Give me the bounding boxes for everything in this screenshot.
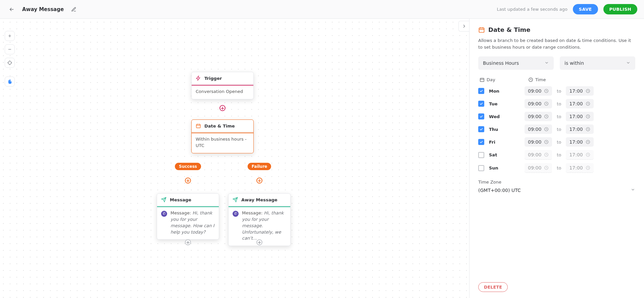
- day-checkbox-tue[interactable]: [478, 101, 484, 107]
- calendar-small-icon: [480, 77, 485, 82]
- bolt-icon: [196, 76, 201, 81]
- add-step-after-message[interactable]: +: [185, 239, 191, 245]
- to-label: to: [557, 165, 561, 170]
- node-trigger-body: Conversation Opened: [192, 85, 253, 99]
- add-step-after-trigger[interactable]: +: [219, 105, 226, 111]
- time-to-fri[interactable]: 17:00: [566, 137, 593, 147]
- timezone-label: Time Zone: [478, 180, 635, 185]
- time-to-wed[interactable]: 17:00: [566, 112, 593, 121]
- clock-icon: [544, 140, 549, 144]
- collapse-panel-button[interactable]: [458, 21, 469, 32]
- day-name: Sat: [489, 152, 505, 157]
- day-row-wed: Wed 09:00 to 17:00: [478, 112, 635, 121]
- day-name: Tue: [489, 101, 505, 106]
- flow-edges: [0, 19, 101, 69]
- day-checkbox-sat[interactable]: [478, 152, 484, 158]
- node-trigger[interactable]: Trigger Conversation Opened: [191, 72, 254, 99]
- timezone-select[interactable]: (GMT+00:00) UTC: [478, 187, 635, 193]
- hand-icon: [7, 79, 12, 84]
- time-from-fri[interactable]: 09:00: [525, 137, 552, 147]
- time-from-sat: 09:00: [525, 150, 552, 160]
- time-to-mon[interactable]: 17:00: [566, 86, 593, 96]
- day-row-thu: Thu 09:00 to 17:00: [478, 125, 635, 134]
- calendar-icon: [196, 123, 201, 129]
- clock-icon: [586, 101, 590, 106]
- day-checkbox-fri[interactable]: [478, 139, 484, 145]
- back-button[interactable]: [7, 4, 17, 14]
- time-to-sun: 17:00: [566, 163, 593, 173]
- channel-icon: ✆: [233, 211, 239, 217]
- publish-button[interactable]: PUBLISH: [603, 4, 637, 14]
- chevron-down-icon: [626, 60, 631, 65]
- day-row-fri: Fri 09:00 to 17:00: [478, 137, 635, 147]
- svg-rect-1: [196, 124, 200, 128]
- panel-description: Allows a branch to be created based on d…: [478, 37, 635, 50]
- crosshair-icon: [7, 60, 12, 65]
- add-step-success-branch[interactable]: +: [185, 178, 191, 184]
- day-row-mon: Mon 09:00 to 17:00: [478, 86, 635, 96]
- branch-success-tag: Success: [175, 163, 201, 170]
- clock-icon: [544, 89, 549, 93]
- to-label: to: [557, 114, 561, 119]
- recenter-button[interactable]: [5, 58, 15, 68]
- channel-icon: ✆: [161, 211, 167, 217]
- clock-icon: [586, 127, 590, 132]
- condition-type-select[interactable]: Business Hours: [478, 56, 554, 70]
- node-date-time-title: Date & Time: [204, 123, 235, 129]
- day-row-tue: Tue 09:00 to 17:00: [478, 99, 635, 108]
- node-away-message-body: Message: Hi, thank you for your message.…: [242, 210, 286, 242]
- branch-failure-tag: Failure: [248, 163, 271, 170]
- plus-icon: [7, 34, 12, 38]
- clock-icon: [586, 152, 590, 157]
- day-name: Wed: [489, 114, 505, 119]
- page-title: Away Message: [22, 6, 64, 12]
- clock-small-icon: [528, 77, 533, 82]
- svg-rect-3: [480, 78, 484, 82]
- schedule-header: Day Time: [478, 77, 635, 82]
- save-button[interactable]: SAVE: [573, 4, 598, 14]
- day-checkbox-mon[interactable]: [478, 88, 484, 94]
- pan-tool-button[interactable]: [5, 77, 15, 87]
- zoom-in-button[interactable]: [5, 31, 15, 41]
- day-name: Thu: [489, 127, 505, 132]
- to-label: to: [557, 127, 561, 132]
- clock-icon: [544, 152, 549, 157]
- clock-icon: [586, 89, 590, 93]
- node-message[interactable]: Message ✆ Message: Hi, thank you for you…: [157, 193, 219, 240]
- node-away-message[interactable]: Away Message ✆ Message: Hi, thank you fo…: [228, 193, 291, 246]
- send-icon: [161, 197, 166, 202]
- time-from-tue[interactable]: 09:00: [525, 99, 552, 108]
- header-bar: Away Message Last updated a few seconds …: [0, 0, 644, 19]
- time-from-mon[interactable]: 09:00: [525, 86, 552, 96]
- day-checkbox-wed[interactable]: [478, 113, 484, 119]
- timezone-value: (GMT+00:00) UTC: [478, 188, 521, 193]
- day-name: Fri: [489, 140, 505, 145]
- to-label: to: [557, 89, 561, 94]
- time-from-thu[interactable]: 09:00: [525, 125, 552, 134]
- calendar-icon: [478, 27, 485, 33]
- time-to-tue[interactable]: 17:00: [566, 99, 593, 108]
- clock-icon: [586, 140, 590, 144]
- time-from-wed[interactable]: 09:00: [525, 112, 552, 121]
- day-name: Sun: [489, 165, 505, 170]
- node-date-time[interactable]: Date & Time Within business hours - UTC: [191, 119, 254, 153]
- edit-title-button[interactable]: [69, 5, 79, 14]
- add-step-after-away-message[interactable]: +: [256, 239, 262, 245]
- col-day-label: Day: [487, 77, 495, 82]
- node-trigger-title: Trigger: [204, 76, 222, 81]
- day-checkbox-sun[interactable]: [478, 165, 484, 171]
- pencil-icon: [71, 7, 77, 12]
- minus-icon: [7, 47, 12, 52]
- day-name: Mon: [489, 89, 505, 94]
- flow-canvas[interactable]: + + + + + Success Failure Trigger Conver…: [0, 19, 469, 298]
- last-updated-text: Last updated a few seconds ago: [497, 7, 567, 12]
- time-to-thu[interactable]: 17:00: [566, 125, 593, 134]
- zoom-out-button[interactable]: [5, 44, 15, 54]
- chevron-right-icon: [461, 23, 467, 29]
- day-checkbox-thu[interactable]: [478, 126, 484, 132]
- main-area: + + + + + Success Failure Trigger Conver…: [0, 19, 644, 298]
- add-step-failure-branch[interactable]: +: [256, 178, 262, 184]
- delete-button[interactable]: DELETE: [478, 282, 508, 292]
- condition-op-select[interactable]: is within: [560, 56, 635, 70]
- col-time-label: Time: [535, 77, 546, 82]
